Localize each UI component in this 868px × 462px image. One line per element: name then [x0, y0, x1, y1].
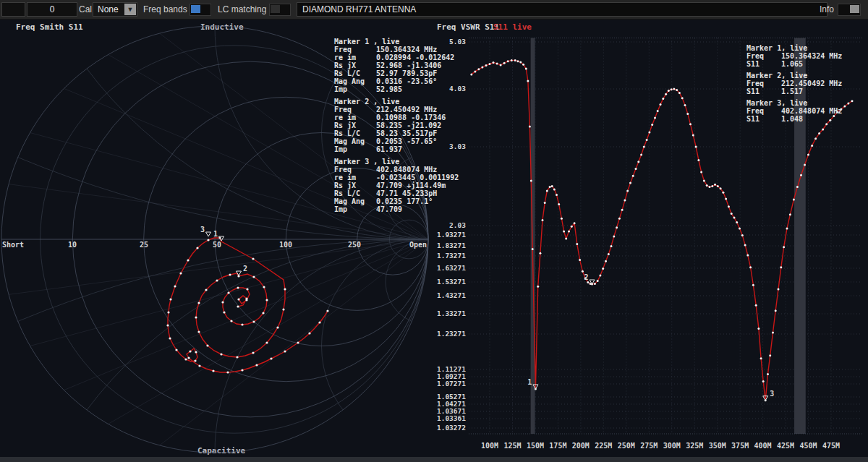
marker-info-header: Marker 1 , live	[334, 38, 459, 46]
lc-matching-toggle[interactable]	[269, 4, 291, 16]
marker-info-value: 52.985	[376, 85, 402, 93]
marker-info-row: Imp47.709	[334, 205, 459, 213]
marker-info-label: Rs L/C	[334, 189, 376, 197]
marker-info-label: re im	[334, 114, 376, 121]
svg-text:250: 250	[348, 241, 361, 249]
svg-text:1.23271: 1.23271	[437, 330, 466, 338]
toolbar: 0 Cal None ▼ Freq bands LC matching Info	[0, 0, 868, 20]
marker-info-section: Marker 3, liveFreq402.848074 MHzS111.048	[746, 99, 842, 123]
svg-text:375M: 375M	[731, 442, 749, 450]
freq-bands-toggle[interactable]	[190, 4, 211, 16]
marker-info-label: Rs L/C	[334, 129, 376, 137]
marker-info-value: 1.065	[781, 60, 803, 68]
freq-bands-toggle-knob	[191, 5, 200, 13]
svg-text:2.03: 2.03	[449, 221, 466, 229]
marker-info-value: 58.235 -j21.092	[376, 121, 441, 129]
bottom-strip	[0, 457, 868, 462]
marker-info-row: Rs jX47.709 +j114.49m	[334, 181, 459, 189]
marker-info-value: 52.97 789.53pF	[376, 69, 437, 77]
marker-info-value: 52.968 -j1.3406	[376, 61, 441, 69]
info-label: Info	[820, 4, 834, 14]
marker-info-row: S111.517	[746, 87, 842, 95]
marker-info-label: S11	[746, 115, 781, 123]
marker-info-label: Mag Ang	[334, 77, 376, 85]
marker-info-label: re im	[334, 174, 376, 181]
svg-text:50: 50	[213, 241, 221, 249]
marker-info-section: Marker 3 , liveFreq402.848074 MHzre im-0…	[334, 158, 459, 213]
marker-info-value: 0.2053 -57.65°	[376, 137, 437, 145]
svg-text:425M: 425M	[777, 442, 794, 450]
smith-axis-labels: Short102550100250Open	[2, 241, 427, 249]
svg-text:2: 2	[243, 265, 247, 273]
info-toggle[interactable]	[838, 4, 861, 16]
marker-info-row: Imp61.937	[334, 145, 459, 153]
marker-info-value: 0.028994 -0.012642	[376, 54, 454, 61]
marker-info-row: Mag Ang0.2053 -57.65°	[334, 137, 459, 145]
svg-text:Open: Open	[409, 241, 427, 249]
info-toggle-knob	[850, 5, 859, 13]
marker-info-row: Freq402.848074 MHz	[746, 107, 842, 115]
marker-info-label: re im	[334, 54, 376, 61]
marker-info-header: Marker 3 , live	[334, 158, 459, 166]
toolbar-blank-field[interactable]	[1, 2, 25, 17]
lc-matching-toggle-knob	[271, 5, 280, 13]
marker-info-label: Freq	[746, 107, 781, 115]
marker-info-label: Rs jX	[334, 121, 376, 129]
vswr-band	[531, 38, 535, 435]
marker-info-row: Freq150.364324 MHz	[746, 52, 842, 60]
toolbar-value-field[interactable]: 0	[27, 2, 77, 17]
marker-info-row: re im-0.023445 0.0011992	[334, 174, 459, 181]
marker-info-value: 402.848074 MHz	[781, 107, 842, 115]
svg-text:1.43271: 1.43271	[437, 291, 466, 299]
marker-info-label: S11	[746, 60, 781, 68]
marker-info-header: Marker 2 , live	[334, 98, 459, 106]
marker-info-label: Mag Ang	[334, 197, 376, 205]
marker-info-value: 0.0235 177.1°	[376, 197, 433, 205]
svg-text:200M: 200M	[572, 442, 590, 450]
marker-info-header: Marker 2, live	[746, 72, 842, 80]
svg-text:275M: 275M	[640, 442, 658, 450]
svg-text:1.53271: 1.53271	[437, 278, 466, 286]
svg-text:1.03272: 1.03272	[437, 424, 466, 432]
chevron-down-icon[interactable]: ▼	[124, 4, 136, 15]
marker-info-value: 402.848074 MHz	[376, 166, 437, 174]
marker-info-label: S11	[746, 87, 781, 95]
marker-info-row: Rs L/C47.71 45.233pH	[334, 189, 459, 197]
cal-select[interactable]: None ▼	[93, 2, 137, 17]
marker-info-label: Rs L/C	[334, 69, 376, 77]
marker-info-value: 0.0316 -23.56°	[376, 77, 437, 85]
svg-text:250M: 250M	[618, 442, 635, 450]
marker-info-row: Freq212.450492 MHz	[334, 106, 459, 114]
svg-text:175M: 175M	[549, 442, 566, 450]
marker-info-value: 1.517	[781, 87, 803, 95]
svg-text:1.07271: 1.07271	[437, 380, 466, 388]
cal-label: Cal	[79, 4, 92, 14]
marker-info-value: 212.450492 MHz	[376, 106, 437, 114]
marker-info-row: re im0.028994 -0.012642	[334, 54, 459, 61]
marker-info-label: Freq	[334, 46, 376, 54]
marker-info-label: Imp	[334, 145, 376, 153]
svg-text:150M: 150M	[527, 442, 544, 450]
device-name-input[interactable]	[297, 2, 827, 17]
marker-info-header: Marker 3, live	[746, 99, 842, 107]
vswr-marker-2[interactable]: 2	[584, 273, 595, 284]
marker-info-label: Imp	[334, 85, 376, 93]
marker-info-value: 58.23 35.517pF	[376, 129, 437, 137]
svg-text:1.83271: 1.83271	[437, 241, 466, 249]
marker-info-label: Rs jX	[334, 181, 376, 189]
svg-text:25: 25	[140, 241, 148, 249]
svg-text:3: 3	[770, 390, 774, 398]
svg-text:1.63271: 1.63271	[437, 264, 466, 272]
marker-info-value: 47.709 +j114.49m	[376, 181, 446, 189]
smith-marker-3[interactable]: 3	[200, 226, 211, 236]
marker-info-row: Mag Ang0.0235 177.1°	[334, 197, 459, 205]
marker-info-section: Marker 1 , liveFreq150.364324 MHzre im0.…	[334, 38, 459, 93]
marker-info-value: 150.364324 MHz	[376, 46, 437, 54]
marker-info-row: Rs jX58.235 -j21.092	[334, 121, 459, 129]
smith-marker-2[interactable]: 2	[237, 265, 248, 275]
marker-info-row: S111.048	[746, 115, 842, 123]
freq-bands-label: Freq bands	[143, 4, 187, 14]
marker-info-label: Rs jX	[334, 61, 376, 69]
svg-text:225M: 225M	[595, 442, 612, 450]
marker-info-label: Freq	[334, 166, 376, 174]
